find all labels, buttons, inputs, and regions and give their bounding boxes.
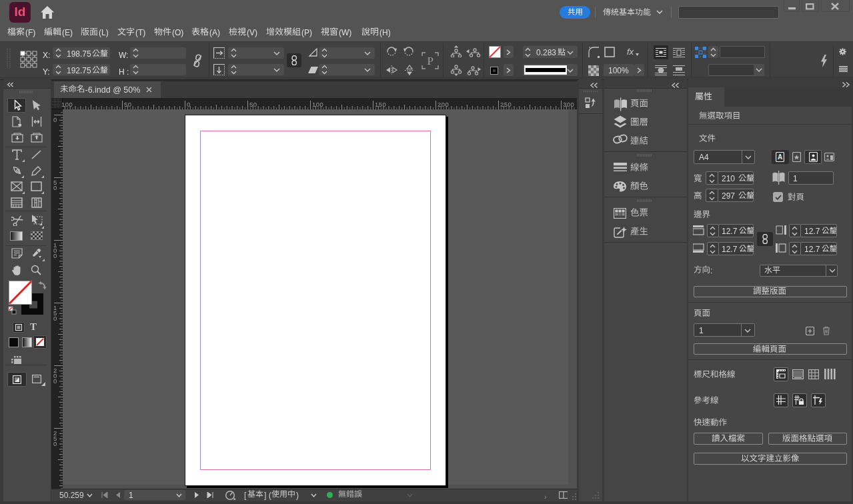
svg-text:A: A xyxy=(778,153,782,161)
